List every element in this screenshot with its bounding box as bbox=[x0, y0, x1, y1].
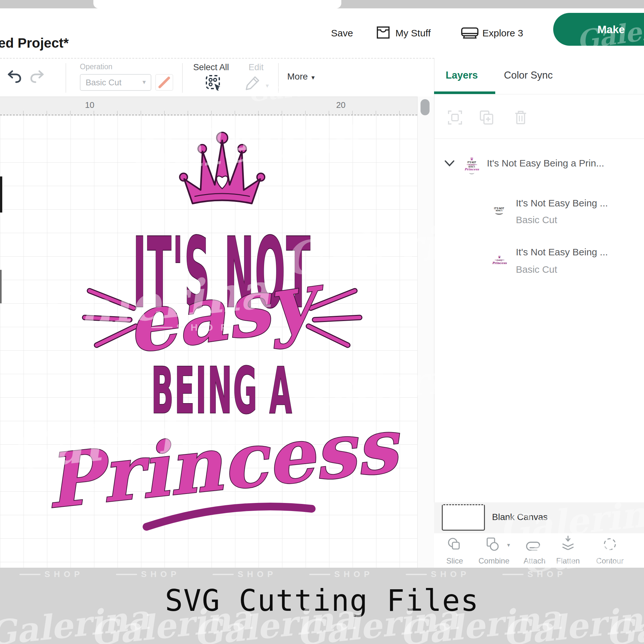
undo-icon[interactable] bbox=[7, 70, 22, 84]
canvas-scrollbar-track[interactable] bbox=[417, 97, 435, 568]
chevron-down-icon[interactable]: ▼ bbox=[506, 542, 511, 548]
more-button[interactable]: More▼ bbox=[287, 71, 316, 82]
redo-icon[interactable] bbox=[30, 70, 44, 84]
blank-canvas-label: Blank Canvas bbox=[492, 512, 548, 522]
operation-dropdown[interactable]: Basic Cut ▼ bbox=[80, 74, 151, 91]
attach-icon[interactable] bbox=[525, 539, 544, 551]
machine-icon bbox=[460, 26, 479, 39]
duplicate-layer-icon[interactable] bbox=[478, 109, 495, 126]
layer-operation[interactable]: Basic Cut bbox=[516, 264, 557, 275]
save-button[interactable]: Save bbox=[331, 28, 353, 39]
thumb-text: BEING A bbox=[469, 166, 475, 168]
combine-label[interactable]: Combine bbox=[475, 556, 513, 565]
operation-label: Operation bbox=[80, 62, 112, 71]
make-button-label: Make bbox=[597, 23, 625, 36]
layers-panel bbox=[434, 58, 644, 568]
attach-label[interactable]: Attach bbox=[515, 556, 554, 565]
my-stuff-button[interactable]: My Stuff bbox=[395, 28, 431, 39]
layer-title[interactable]: It's Not Easy Being ... bbox=[516, 198, 608, 209]
edit-button[interactable]: Edit bbox=[249, 62, 264, 72]
more-label: More bbox=[287, 71, 308, 81]
panel-divider bbox=[434, 94, 644, 94]
my-stuff-icon bbox=[375, 25, 391, 40]
select-all-icon[interactable] bbox=[205, 74, 222, 92]
top-strip-notch bbox=[93, 0, 341, 8]
horizontal-ruler: 10 20 bbox=[0, 97, 417, 115]
tab-color-sync[interactable]: Color Sync bbox=[504, 70, 553, 81]
ruler-tick-20: 20 bbox=[336, 100, 346, 110]
operation-value: Basic Cut bbox=[86, 78, 141, 88]
project-title: ed Project* bbox=[0, 35, 69, 51]
panel-divider bbox=[434, 138, 644, 139]
thumb-text: Princess bbox=[492, 261, 507, 265]
flatten-label[interactable]: Flatten bbox=[549, 556, 587, 565]
select-layers-icon[interactable] bbox=[447, 109, 463, 126]
flatten-icon[interactable] bbox=[560, 535, 576, 552]
make-button[interactable]: Make bbox=[553, 13, 644, 46]
layer-title[interactable]: It's Not Easy Being ... bbox=[516, 247, 608, 258]
layer-group-label[interactable]: It's Not Easy Being a Prin... bbox=[487, 158, 604, 169]
color-swatch-button[interactable] bbox=[155, 74, 173, 91]
layer-thumbnail[interactable]: ♛ →easy← Princess bbox=[491, 247, 508, 274]
canvas-scrollbar-thumb[interactable] bbox=[421, 99, 430, 115]
cricut-design-space: ed Project* Save My Stuff Explore 3 Make… bbox=[0, 0, 644, 644]
chevron-down-icon[interactable]: ▼ bbox=[265, 83, 270, 89]
delete-layer-icon[interactable] bbox=[513, 109, 529, 126]
combine-icon[interactable] bbox=[485, 536, 500, 552]
pencil-icon[interactable] bbox=[245, 75, 261, 91]
thumb-text: Princess bbox=[464, 168, 479, 171]
ruler-tick-10: 10 bbox=[85, 100, 94, 110]
layer-thumbnail[interactable]: IT'S NOT BEING A bbox=[490, 197, 508, 225]
select-all-button[interactable]: Select All bbox=[193, 62, 229, 72]
tab-layers[interactable]: Layers bbox=[446, 70, 478, 81]
layer-group-thumbnail[interactable]: ♛ IT'S NOT →easy← BEING A Princess bbox=[462, 153, 481, 178]
toolbar-divider bbox=[182, 63, 183, 93]
chevron-down-icon[interactable] bbox=[444, 160, 455, 167]
layer-operation[interactable]: Basic Cut bbox=[516, 214, 557, 225]
toolbar-divider bbox=[278, 63, 279, 93]
chevron-down-icon: ▼ bbox=[141, 79, 147, 86]
design-artwork[interactable]: IT'S NOT easy BEING A Princess bbox=[0, 115, 417, 568]
slice-icon[interactable] bbox=[447, 536, 462, 552]
blank-canvas-thumbnail[interactable] bbox=[442, 504, 485, 531]
thumb-swoosh bbox=[495, 212, 503, 214]
contour-icon[interactable] bbox=[602, 536, 618, 552]
crown-graphic[interactable] bbox=[180, 132, 265, 204]
color-line-icon bbox=[156, 75, 172, 90]
machine-select-button[interactable]: Explore 3 bbox=[482, 28, 523, 39]
contour-label[interactable]: Contour bbox=[591, 556, 629, 565]
thumb-text: IT'S NOT bbox=[467, 161, 476, 164]
toolbar-divider bbox=[66, 63, 66, 93]
thumb-text: BEING A bbox=[496, 210, 503, 212]
banner-title: SVG Cutting Files bbox=[0, 583, 644, 618]
thumb-swoosh bbox=[469, 171, 474, 174]
chevron-down-icon: ▼ bbox=[310, 75, 316, 81]
active-tab-underline bbox=[434, 91, 495, 94]
slice-label[interactable]: Slice bbox=[435, 556, 474, 565]
